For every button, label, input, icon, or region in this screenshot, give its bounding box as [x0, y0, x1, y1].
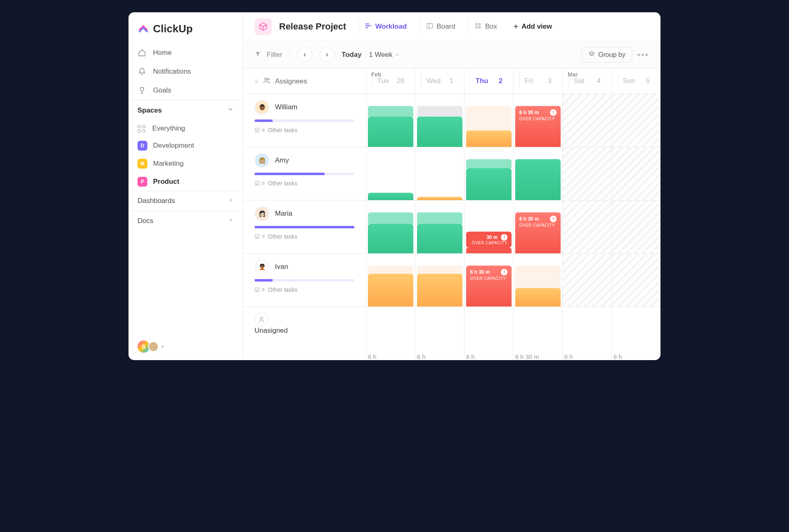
caret-down-icon: ▾ [161, 344, 164, 349]
today-button[interactable]: Today [342, 51, 362, 59]
space-everything[interactable]: Everything [128, 120, 243, 137]
space-development[interactable]: D Development [128, 137, 243, 155]
next-button[interactable] [320, 47, 334, 62]
footer-cell: 6 h [464, 307, 513, 360]
range-dropdown[interactable]: 1 Week [369, 51, 400, 59]
assignee-row: 👩🏼Amy ☑ =Other tasks [243, 147, 366, 201]
nav-home[interactable]: Home [128, 43, 243, 62]
nav-docs[interactable]: Docs [128, 211, 243, 231]
warning-icon: ! [550, 109, 557, 116]
view-box[interactable]: Box [468, 19, 503, 34]
warning-icon: ! [501, 234, 507, 241]
view-workload[interactable]: Workload [358, 19, 413, 34]
workload-cell[interactable] [464, 94, 513, 147]
workload-cell[interactable] [611, 254, 661, 307]
avatar: 👨🏾 [255, 100, 269, 115]
workload-cell[interactable]: 30 m!OVER CAPACITY [464, 201, 513, 254]
workload-cell[interactable] [611, 94, 661, 147]
workload-cell[interactable] [562, 94, 611, 147]
workload-cell[interactable] [562, 201, 611, 254]
workload-cell[interactable] [513, 147, 562, 201]
add-view-button[interactable]: + Add view [514, 22, 552, 32]
warning-icon: ! [550, 216, 557, 222]
workload-cell[interactable] [611, 147, 661, 201]
avatar: 🧑🏾‍🦱 [255, 259, 269, 274]
unassigned-row: Unasigned [243, 307, 366, 360]
workload-cell[interactable] [415, 147, 464, 201]
workload-cell[interactable] [415, 201, 464, 254]
user-menu[interactable]: S ▾ [128, 333, 243, 360]
clickup-icon [138, 22, 149, 35]
capacity-bar [255, 173, 354, 175]
layers-icon [588, 51, 595, 59]
box-icon [474, 22, 482, 32]
workload-cell[interactable] [611, 201, 661, 254]
space-marketing[interactable]: M Marketing [128, 155, 243, 173]
brand-logo[interactable]: ClickUp [128, 12, 243, 43]
day-header: Wed1 [421, 73, 458, 88]
everything-icon [138, 125, 147, 133]
nav-goals[interactable]: Goals [128, 81, 243, 100]
workload-cell[interactable]: 6 h 30 m!OVER CAPACITY [464, 254, 513, 307]
spaces-header[interactable]: Spaces [128, 100, 243, 120]
sidebar: ClickUp Home Notifications Goals Spaces … [128, 12, 243, 360]
home-icon [138, 48, 147, 57]
avatar: 👩🏼 [255, 153, 269, 168]
other-tasks-toggle[interactable]: ☑ =Other tasks [255, 233, 354, 240]
board-icon [426, 22, 433, 32]
workload-cell[interactable] [366, 201, 415, 254]
workload-cell[interactable]: 6 h 30 m!OVER CAPACITY [513, 201, 562, 254]
filter-button[interactable]: Filter [267, 51, 282, 59]
workload-cell[interactable] [366, 254, 415, 307]
toolbar: Filter Today 1 Week Group by ••• [243, 41, 661, 69]
workload-cell[interactable] [562, 147, 611, 201]
workload-cell[interactable] [415, 94, 464, 147]
project-icon [255, 18, 272, 35]
nav-notifications[interactable]: Notifications [128, 62, 243, 81]
space-badge: D [138, 141, 147, 151]
other-tasks-toggle[interactable]: ☑ =Other tasks [255, 286, 354, 293]
view-board[interactable]: Board [420, 19, 461, 34]
workload-grid: ⇅ Assignees FebTue28 Wed1 Thu2 Fri3 MarS… [243, 69, 661, 360]
nav-dashboards[interactable]: Dashboards [128, 191, 243, 211]
checklist-icon: ☑ = [255, 180, 265, 187]
assignees-column-header[interactable]: ⇅ Assignees [243, 69, 366, 94]
svg-rect-4 [478, 26, 481, 28]
svg-rect-3 [476, 26, 478, 28]
footer-cell: 6 h [415, 307, 464, 360]
prev-button[interactable] [298, 47, 312, 62]
month-label: Mar [568, 71, 578, 78]
chevron-right-icon [228, 217, 234, 225]
workload-cell[interactable] [464, 147, 513, 201]
footer-cell: 6 h [366, 307, 415, 360]
workload-icon [365, 22, 372, 32]
space-product[interactable]: P Product [128, 173, 243, 191]
warning-icon: ! [501, 269, 507, 275]
avatar: 👩🏻 [255, 206, 269, 221]
group-by-button[interactable]: Group by [582, 47, 632, 63]
workload-cell[interactable]: 6 h 30 m!OVER CAPACITY [513, 94, 562, 147]
svg-rect-0 [427, 23, 433, 28]
avatar [148, 341, 159, 352]
footer-cell: 6 h [611, 307, 661, 360]
workload-cell[interactable] [366, 94, 415, 147]
other-tasks-toggle[interactable]: ☑ =Other tasks [255, 127, 354, 133]
chevron-right-icon [228, 197, 234, 205]
people-icon [263, 76, 271, 86]
checklist-icon: ☑ = [255, 233, 265, 240]
more-menu[interactable]: ••• [637, 50, 649, 60]
workload-cell[interactable] [415, 254, 464, 307]
svg-point-7 [260, 317, 263, 320]
workload-cell[interactable] [366, 147, 415, 201]
day-header-today: Thu2 [470, 73, 507, 88]
footer-cell: 6 h [562, 307, 611, 360]
day-header: Sun5 [618, 73, 655, 88]
other-tasks-toggle[interactable]: ☑ =Other tasks [255, 180, 354, 187]
assignee-name: Amy [275, 156, 289, 165]
svg-rect-2 [478, 23, 481, 25]
workload-cell[interactable] [513, 254, 562, 307]
svg-point-5 [265, 78, 267, 80]
workload-cell[interactable] [562, 254, 611, 307]
assignee-row: 👨🏾William ☑ =Other tasks [243, 94, 366, 147]
checklist-icon: ☑ = [255, 127, 265, 133]
